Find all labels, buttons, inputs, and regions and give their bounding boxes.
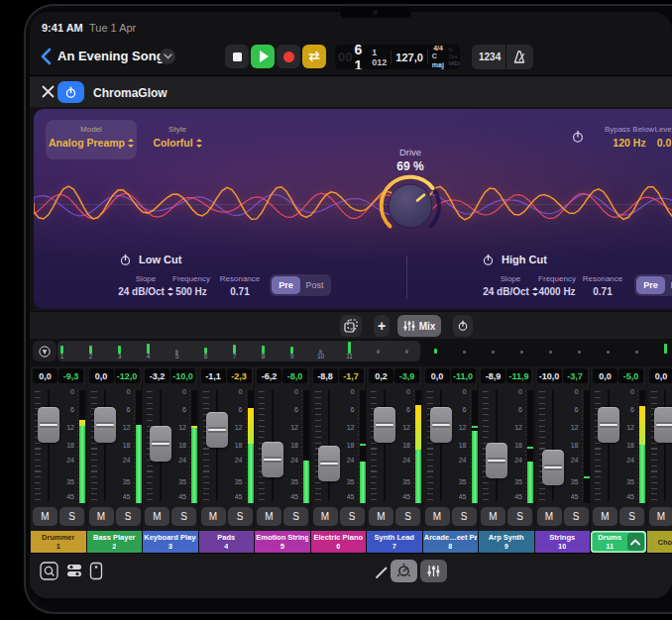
- fader-db-value[interactable]: -10,0: [537, 368, 562, 383]
- record-button[interactable]: [277, 45, 300, 68]
- solo-button[interactable]: S: [283, 507, 308, 526]
- solo-button[interactable]: S: [340, 507, 365, 526]
- channel-name-plate[interactable]: Electric Piano6: [311, 531, 367, 553]
- channel-name-plate[interactable]: Bass Player2: [87, 531, 143, 553]
- channel-name-plate[interactable]: Strings10: [535, 531, 591, 553]
- count-in-button[interactable]: 1234: [479, 52, 501, 62]
- song-title[interactable]: An Evening Song: [57, 49, 165, 63]
- mixer-view-button[interactable]: [420, 560, 447, 582]
- stop-button[interactable]: [225, 45, 249, 68]
- fader-db-value[interactable]: 0,2: [369, 368, 393, 383]
- channel-name-plate[interactable]: Arp Synth9: [479, 531, 534, 553]
- solo-button[interactable]: S: [116, 507, 141, 526]
- solo-button[interactable]: S: [619, 507, 644, 526]
- pencil-icon[interactable]: [375, 566, 389, 579]
- channel-name-plate[interactable]: Keyboard Player3: [143, 531, 198, 553]
- fader-db-value[interactable]: -8,9: [481, 368, 505, 383]
- close-icon[interactable]: [42, 85, 55, 98]
- lowcut-post-button[interactable]: Post: [300, 276, 329, 294]
- peak-db-value[interactable]: -8,0: [282, 368, 307, 383]
- channel-name-plate[interactable]: Chorus V: [647, 531, 672, 553]
- highcut-power-icon[interactable]: [482, 254, 495, 266]
- mixer-power-button[interactable]: [453, 315, 473, 337]
- fader-handle[interactable]: [318, 446, 340, 481]
- fader-handle[interactable]: [38, 407, 59, 443]
- channel-name-plate[interactable]: Drummer1: [31, 531, 86, 553]
- metronome-icon[interactable]: [511, 50, 527, 64]
- solo-button[interactable]: S: [507, 507, 532, 526]
- fader-handle[interactable]: [374, 407, 395, 443]
- drive-knob[interactable]: [377, 172, 444, 240]
- peak-db-value[interactable]: -5,0: [618, 368, 643, 383]
- mute-button[interactable]: M: [257, 507, 281, 526]
- cycle-button[interactable]: [302, 45, 326, 68]
- fader-db-value[interactable]: 0,0: [649, 368, 672, 383]
- fader-db-value[interactable]: -8,8: [313, 368, 338, 383]
- fader-handle[interactable]: [430, 407, 452, 443]
- channel-name-plate[interactable]: Emotion Strings5: [255, 531, 310, 553]
- solo-button[interactable]: S: [228, 507, 253, 526]
- fader-handle[interactable]: [206, 412, 228, 448]
- back-chevron-icon[interactable]: [40, 48, 54, 65]
- highcut-resonance[interactable]: Resonance 0.71: [571, 274, 634, 297]
- lowcut-pre-button[interactable]: Pre: [272, 276, 300, 294]
- channel-name-plate[interactable]: Drums11: [591, 531, 646, 553]
- duplicate-button[interactable]: [340, 315, 362, 337]
- model-selector[interactable]: Model Analog Preamp: [46, 120, 137, 159]
- peak-db-value[interactable]: -9,3: [58, 368, 83, 383]
- fader-db-value[interactable]: -6,2: [257, 368, 281, 383]
- mute-button[interactable]: M: [481, 507, 505, 526]
- channel-name-plate[interactable]: Pads4: [199, 531, 255, 553]
- mute-button[interactable]: M: [313, 507, 338, 526]
- fader-handle[interactable]: [262, 442, 283, 477]
- mute-button[interactable]: M: [145, 507, 169, 526]
- level-field[interactable]: Level 0.0: [634, 125, 672, 149]
- highcut-pre-button[interactable]: Pre: [636, 276, 665, 294]
- fader-db-value[interactable]: 0,0: [425, 368, 450, 383]
- lowcut-resonance[interactable]: Resonance 0.71: [208, 274, 272, 297]
- lcd-display[interactable]: 00 6 1 1 012 127,0 4/4 C maj In Out MIDI: [335, 45, 460, 69]
- style-selector[interactable]: Style Colorful: [145, 125, 210, 149]
- fader-handle[interactable]: [654, 407, 672, 443]
- lowcut-power-icon[interactable]: [119, 254, 132, 266]
- solo-button[interactable]: S: [395, 507, 420, 526]
- add-track-button[interactable]: +: [374, 315, 390, 337]
- plugins-icon[interactable]: [65, 562, 83, 579]
- mute-button[interactable]: M: [89, 507, 114, 526]
- peak-db-value[interactable]: -11,9: [506, 368, 531, 383]
- fader-db-value[interactable]: -1,1: [201, 368, 226, 383]
- mute-button[interactable]: M: [649, 507, 672, 526]
- peak-db-value[interactable]: -2,3: [227, 368, 252, 383]
- song-menu-button[interactable]: [160, 49, 175, 64]
- solo-button[interactable]: S: [59, 507, 84, 526]
- mix-view-button[interactable]: Mix: [397, 315, 441, 337]
- plugin-power-button[interactable]: [57, 81, 84, 103]
- mute-button[interactable]: M: [369, 507, 393, 526]
- peak-db-value[interactable]: -10,0: [170, 368, 195, 383]
- solo-button[interactable]: S: [452, 507, 477, 526]
- loop-browser-icon[interactable]: [40, 562, 58, 580]
- fader-handle[interactable]: [542, 450, 564, 485]
- fader-handle[interactable]: [150, 426, 171, 462]
- fader-handle[interactable]: [94, 407, 116, 443]
- smart-controls-button[interactable]: [391, 560, 417, 582]
- mute-button[interactable]: M: [537, 507, 562, 526]
- peak-db-value[interactable]: -3,7: [563, 368, 588, 383]
- peak-db-value[interactable]: -11,0: [451, 368, 476, 383]
- channel-name-plate[interactable]: Synth Lead7: [367, 531, 422, 553]
- highcut-post-button[interactable]: Post: [665, 276, 672, 294]
- play-button[interactable]: [251, 45, 275, 68]
- channel-name-plate[interactable]: Arcade…eet Pad8: [423, 531, 479, 553]
- mute-button[interactable]: M: [593, 507, 617, 526]
- mute-button[interactable]: M: [201, 507, 226, 526]
- fader-handle[interactable]: [486, 443, 507, 478]
- bypass-power-icon[interactable]: [571, 130, 585, 144]
- solo-button[interactable]: S: [171, 507, 196, 526]
- fader-handle[interactable]: [598, 407, 619, 443]
- peak-db-value[interactable]: -12,0: [115, 368, 140, 383]
- fader-db-value[interactable]: 0,0: [89, 368, 114, 383]
- peak-db-value[interactable]: -3,9: [394, 368, 419, 383]
- channel-expand-button[interactable]: [627, 533, 644, 551]
- play-surface-icon[interactable]: [89, 562, 103, 580]
- solo-button[interactable]: S: [564, 507, 589, 526]
